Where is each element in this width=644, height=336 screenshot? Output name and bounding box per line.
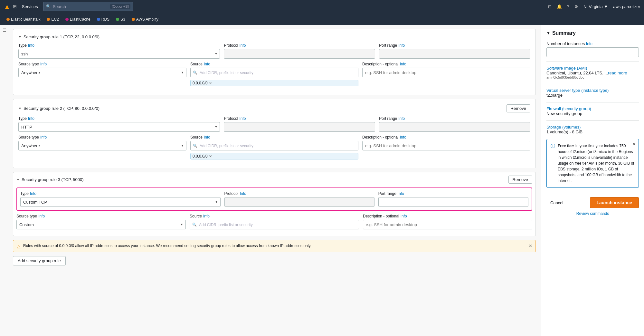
- rule-3-type-info[interactable]: Info: [30, 191, 36, 196]
- free-tier-info-icon: ⓘ: [551, 143, 555, 149]
- add-security-group-rule-button[interactable]: Add security group rule: [13, 256, 66, 265]
- sidebar-item-elasticache[interactable]: ElastiCache: [63, 16, 93, 23]
- gear-icon[interactable]: ⚙: [574, 4, 578, 9]
- rule-2-source-info[interactable]: Info: [204, 135, 210, 139]
- rule-2-description-info[interactable]: Info: [400, 135, 406, 139]
- rule-3-source-input[interactable]: [190, 220, 359, 229]
- rule-2-type-info[interactable]: Info: [28, 116, 34, 121]
- rule-1-description-info[interactable]: Info: [400, 62, 406, 66]
- rule-2-port-info[interactable]: Info: [398, 116, 405, 121]
- account-label[interactable]: aws-parcelizer: [613, 4, 640, 9]
- monitor-icon[interactable]: ⊡: [548, 4, 552, 9]
- summary-instances-label: Number of instances Info: [546, 41, 639, 46]
- sidebar-item-rds[interactable]: RDS: [94, 16, 112, 23]
- rule-1-source-info[interactable]: Info: [204, 62, 210, 66]
- amplify-label: AWS Amplify: [136, 17, 158, 22]
- rule-3-description-info[interactable]: Info: [401, 214, 407, 218]
- rds-label: RDS: [101, 17, 109, 22]
- launch-instance-button[interactable]: Launch instance: [590, 197, 639, 208]
- sidebar-toggle[interactable]: ☰: [0, 25, 10, 35]
- rule-3-description-group: Description - optional Info: [363, 214, 532, 229]
- summary-instance-type-link[interactable]: Virtual server type (instance type): [546, 88, 609, 93]
- rule-2-source-input[interactable]: [190, 141, 358, 150]
- rule-1-description-input[interactable]: [362, 68, 530, 77]
- help-icon[interactable]: ?: [567, 4, 569, 9]
- free-tier-close-button[interactable]: ✕: [632, 142, 636, 147]
- rule-1-title: Security group rule 1 (TCP, 22, 0.0.0.0/…: [24, 34, 99, 39]
- summary-instances-info[interactable]: Info: [586, 42, 592, 46]
- rule-1-description-group: Description - optional Info: [362, 62, 530, 86]
- review-commands-link[interactable]: Review commands: [546, 211, 639, 216]
- rule-1-header: ▼ Security group rule 1 (TCP, 22, 0.0.0.…: [18, 34, 530, 39]
- rule-3-header: ▼ Security group rule 3 (TCP, 5000) Remo…: [16, 176, 532, 184]
- rule-3-type-select[interactable]: Custom TCP: [20, 197, 221, 207]
- summary-firewall-section: Firewall (security group) New security g…: [546, 106, 639, 116]
- rule-1-cidr-remove[interactable]: ✕: [209, 81, 212, 85]
- bell-icon[interactable]: 🔔: [557, 4, 562, 9]
- rule-2-source-type-select-wrapper: Anywhere: [18, 141, 186, 150]
- rule-2-chevron[interactable]: ▼: [18, 107, 22, 110]
- main-content: ▼ Security group rule 1 (TCP, 22, 0.0.0.…: [0, 25, 541, 336]
- rule-3-source-info[interactable]: Info: [203, 214, 210, 218]
- rule-2-remove-button[interactable]: Remove: [507, 104, 530, 112]
- search-shortcut: [Option+S]: [110, 4, 130, 9]
- summary-firewall-value: New security group: [546, 111, 639, 116]
- rule-2-source-group: Source Info 🔍 0.0.0.0/0 ✕: [190, 135, 358, 159]
- rule-1-type-select[interactable]: ssh: [18, 49, 220, 59]
- sidebar-item-s3[interactable]: S3: [113, 16, 128, 23]
- rule-3-source-type-select[interactable]: Custom: [16, 220, 186, 229]
- rule-1-chevron[interactable]: ▼: [18, 35, 22, 39]
- sidebar-item-beanstalk[interactable]: Elastic Beanstalk: [4, 16, 43, 23]
- rule-2-protocol-info[interactable]: Info: [239, 116, 246, 121]
- cancel-button[interactable]: Cancel: [546, 198, 567, 207]
- rule-3-type-select-wrapper: Custom TCP: [20, 197, 221, 207]
- region-selector[interactable]: N. Virginia ▼: [583, 4, 608, 9]
- summary-ami-read-more[interactable]: read more: [608, 71, 627, 75]
- rule-2-source-type-select[interactable]: Anywhere: [18, 141, 186, 150]
- sidebar-item-amplify[interactable]: AWS Amplify: [129, 16, 161, 23]
- rule-3-source-type-label: Source type Info: [16, 214, 186, 218]
- rule-1-bottom-fields: Source type Info Anywhere Source Info: [18, 62, 530, 86]
- amplify-dot: [132, 18, 135, 21]
- rule-1-source-type-select[interactable]: Anywhere: [18, 68, 186, 77]
- grid-icon[interactable]: ⊞: [13, 4, 17, 9]
- summary-storage-section: Storage (volumes) 1 volume(s) - 8 GiB: [546, 125, 639, 134]
- navbar-right: ⊡ 🔔 ? ⚙ N. Virginia ▼ aws-parcelizer: [548, 4, 640, 9]
- summary-firewall-link[interactable]: Firewall (security group): [546, 106, 591, 111]
- rule-3-chevron[interactable]: ▼: [16, 178, 20, 181]
- rule-1-protocol-info[interactable]: Info: [239, 43, 246, 48]
- aws-logo: ▲: [4, 3, 10, 10]
- rule-1-cidr-tag: 0.0.0.0/0 ✕: [190, 80, 358, 86]
- rule-2-source-type-info[interactable]: Info: [40, 135, 47, 139]
- rule-1-source-type-info[interactable]: Info: [40, 62, 47, 66]
- rule-2-top-fields: Type Info HTTP Protocol Info TCP: [18, 116, 530, 132]
- summary-ami-link[interactable]: Software Image (AMI): [546, 66, 587, 71]
- rule-2-cidr-remove[interactable]: ✕: [209, 154, 212, 158]
- rule-3-source-label: Source Info: [190, 214, 359, 218]
- summary-instances-input[interactable]: 1: [546, 47, 639, 57]
- rule-3-port-input[interactable]: 5000: [378, 197, 528, 207]
- rule-3-source-type-info[interactable]: Info: [38, 214, 45, 218]
- rule-2-description-label: Description - optional Info: [362, 135, 530, 139]
- rule-2-type-group: Type Info HTTP: [18, 116, 220, 132]
- rule-3-port-info[interactable]: Info: [398, 191, 404, 196]
- services-link[interactable]: Services: [19, 3, 41, 10]
- rule-1-source-type-select-wrapper: Anywhere: [18, 68, 186, 77]
- summary-storage-link[interactable]: Storage (volumes): [546, 125, 581, 130]
- rule-2-type-select[interactable]: HTTP: [18, 122, 220, 132]
- divider-2: [546, 84, 639, 84]
- rule-3-remove-button[interactable]: Remove: [508, 176, 532, 184]
- search-input[interactable]: [53, 4, 109, 9]
- rule-2-box: ▼ Security group rule 2 (TCP, 80, 0.0.0.…: [13, 99, 536, 168]
- rule-2-description-input[interactable]: [362, 141, 530, 150]
- search-bar[interactable]: 🔍 [Option+S]: [43, 2, 133, 11]
- sidebar-item-ec2[interactable]: EC2: [44, 16, 61, 23]
- rule-2-source-input-wrapper: 🔍: [190, 141, 358, 150]
- rule-1-source-input[interactable]: [190, 68, 358, 77]
- rule-3-description-input[interactable]: [363, 220, 532, 229]
- elasticache-label: ElastiCache: [70, 17, 90, 22]
- rule-1-type-info[interactable]: Info: [28, 43, 34, 48]
- warning-close-button[interactable]: ✕: [529, 244, 532, 248]
- rule-1-port-info[interactable]: Info: [398, 43, 405, 48]
- rule-3-protocol-info[interactable]: Info: [240, 191, 246, 196]
